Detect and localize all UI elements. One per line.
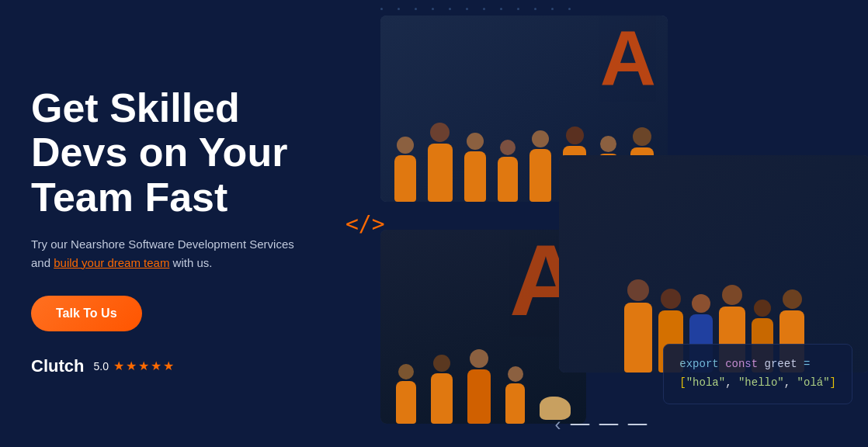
person-4 xyxy=(498,140,518,202)
left-panel: Get Skilled Devs on Your Team Fast Try o… xyxy=(0,0,334,447)
person-5 xyxy=(529,130,551,202)
code-snippet-box: export const greet = ["hola", "hello", "… xyxy=(663,344,852,404)
dot-decoration xyxy=(551,8,554,10)
code-bracket-open: [ xyxy=(679,376,686,389)
dot-decoration xyxy=(534,8,536,10)
code-var-name: greet xyxy=(765,358,797,370)
dot-decoration xyxy=(500,8,502,10)
clutch-stars: ★★★★★ xyxy=(113,359,175,373)
team-photo-bottom-right xyxy=(559,155,868,372)
code-const: const xyxy=(725,358,764,370)
angle-brackets-decoration: </> xyxy=(345,211,385,237)
hero-section: Get Skilled Devs on Your Team Fast Try o… xyxy=(0,0,868,447)
person-2 xyxy=(428,123,453,202)
dot-decoration xyxy=(380,8,383,10)
team-photo-bottom-right-sim xyxy=(559,155,868,372)
clutch-logo: Clutch xyxy=(31,356,84,376)
dot-decoration xyxy=(449,8,451,10)
clutch-rating: 5.0 ★★★★★ xyxy=(93,359,175,373)
code-line-1: export const greet = xyxy=(679,355,836,374)
people-silhouettes-bottom-left xyxy=(380,279,586,424)
code-comma-1: , xyxy=(725,376,738,389)
person-1 xyxy=(394,137,416,202)
description-suffix: with us. xyxy=(169,256,212,269)
dot-decoration xyxy=(466,8,468,10)
dot-decoration xyxy=(517,8,519,10)
person-bl-1 xyxy=(396,364,416,424)
dot-decoration xyxy=(568,8,571,10)
person-br-1 xyxy=(624,279,652,372)
team-photo-bottom-left: A xyxy=(380,230,586,424)
carousel-nav: ‹ xyxy=(555,414,648,435)
person-bl-4 xyxy=(505,366,525,424)
carousel-dash-2 xyxy=(599,424,619,425)
team-photo-bottom-left-sim: A xyxy=(380,230,586,424)
person-bl-2 xyxy=(431,355,453,424)
person-3 xyxy=(464,133,486,202)
clutch-section: Clutch 5.0 ★★★★★ xyxy=(31,356,303,376)
talk-to-us-button[interactable]: Talk To Us xyxy=(31,296,142,331)
code-export: export xyxy=(679,358,725,370)
code-equals: = xyxy=(804,358,810,370)
carousel-prev-arrow[interactable]: ‹ xyxy=(555,414,561,435)
clutch-score: 5.0 xyxy=(93,360,108,372)
code-string-1: "hola" xyxy=(686,376,725,389)
dot-decoration xyxy=(432,8,434,10)
right-panel: // Will generate via JS after DOM </> A xyxy=(334,0,868,447)
code-string-2: "hello" xyxy=(738,376,784,389)
dream-team-link[interactable]: build your dream team xyxy=(54,256,169,269)
dot-decoration xyxy=(398,8,400,10)
carousel-dash-1 xyxy=(571,424,590,425)
carousel-dash-3 xyxy=(628,424,648,425)
code-comma-2: , xyxy=(784,376,797,389)
description-text: Try our Nearshore Software Development S… xyxy=(31,235,295,272)
code-string-3: "olá" xyxy=(797,376,830,389)
code-bracket-close: ] xyxy=(830,376,836,389)
dot-decoration xyxy=(415,8,417,10)
code-line-2: ["hola", "hello", "olá"] xyxy=(679,374,836,393)
dot-decoration xyxy=(483,8,485,10)
person-bl-3 xyxy=(467,349,491,424)
main-heading: Get Skilled Devs on Your Team Fast xyxy=(31,86,303,220)
